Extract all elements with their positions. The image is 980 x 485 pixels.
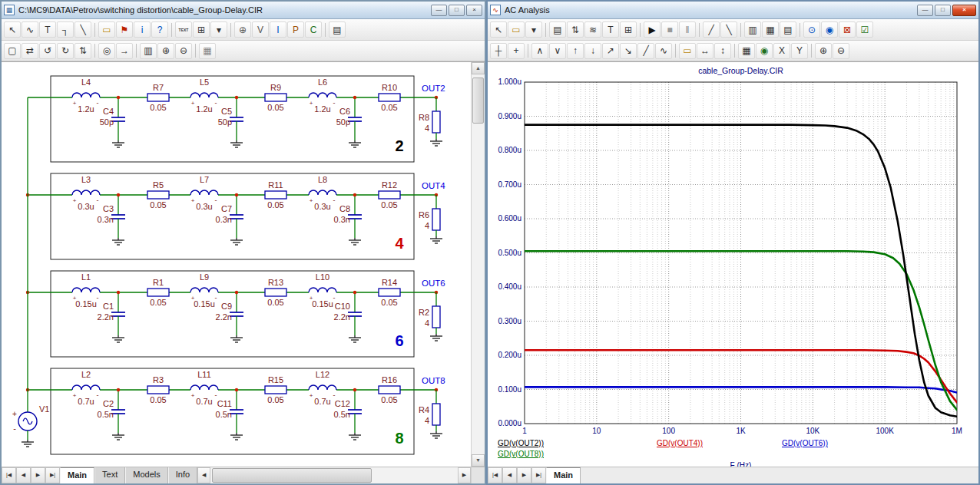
node-numbers-toggle-icon[interactable]: ⊕ [234,21,251,38]
ruler-icon[interactable]: ▤ [780,21,796,38]
next-high-icon[interactable]: ↑ [567,43,584,59]
inductor-L12[interactable]: +-L120.7u [309,370,336,406]
close-button[interactable]: × [466,5,482,16]
graphics-mode-icon[interactable]: ▭ [508,21,525,38]
stepping-icon[interactable]: ⇅ [567,21,584,38]
text-mode-icon[interactable]: T [39,21,56,38]
resistor-R10[interactable]: R100.05 [379,83,400,112]
scroll-right-icon[interactable]: ▶ [458,467,471,483]
cursor-mode-icon[interactable]: ┼ [490,43,507,59]
nav-button-0[interactable]: |◀ [2,467,16,483]
minimize-button[interactable]: — [431,5,447,16]
flip-vertical-icon[interactable]: ⇅ [74,43,91,59]
next-valley-icon[interactable]: ∨ [549,43,566,59]
align-cursors-icon[interactable]: ▦ [738,43,755,59]
node-out2[interactable]: OUT2 [422,84,445,99]
numeric-output-icon[interactable]: ▥ [744,21,761,38]
resistor-R7[interactable]: R70.05 [147,83,169,112]
resistor-R1[interactable]: R10.05 [147,278,169,307]
state-variables-icon[interactable]: ⊞ [620,21,637,38]
zoom-out-icon[interactable]: ⊖ [175,43,192,59]
plot-canvas[interactable]: 1101001K10K100K1M1.000u0.900u0.800u0.700… [488,62,978,470]
page-thumbnail-icon[interactable]: ▦ [199,43,216,59]
nav-button-2[interactable]: ▶ [517,467,531,483]
zoom-out-icon[interactable]: ⊖ [833,43,849,59]
close-button[interactable]: × [952,5,976,16]
nav-button-3[interactable]: ▶| [45,467,60,483]
inductor-L9[interactable]: +-L90.15u [190,272,218,308]
analysis-limits-icon[interactable]: ▤ [549,21,566,38]
graphics-mode-icon[interactable]: ▭ [98,21,115,38]
capacitor-C7[interactable]: C70.3n [216,193,243,245]
tab-main[interactable]: Main [546,467,581,483]
inductor-L5[interactable]: +-L51.2u [190,78,218,114]
normalize-icon[interactable]: ◉ [756,43,773,59]
probe-all-icon[interactable]: ◉ [821,21,838,38]
capacitor-C10[interactable]: C102.2n [334,291,362,342]
cursor-both-icon[interactable]: + [508,43,525,59]
data-points-icon[interactable]: ▦ [762,21,779,38]
maximize-button[interactable]: □ [935,5,951,16]
info-page-icon[interactable]: ▥ [140,43,157,59]
find-icon[interactable]: ◎ [98,43,115,59]
load-resistor-R4[interactable]: R44 [419,390,442,438]
find-next-icon[interactable]: → [116,43,133,59]
tangent-line-icon[interactable]: ╲ [720,21,737,38]
powers-toggle-icon[interactable]: P [287,21,304,38]
graphics-dropdown-icon[interactable]: ▾ [525,21,542,38]
inductor-L10[interactable]: +-L100.15u [309,272,336,308]
inductor-L7[interactable]: +-L70.3u [190,175,218,211]
next-peak-icon[interactable]: ∧ [531,43,548,59]
analysis-titlebar[interactable]: ∿ AC Analysis —□× [488,2,978,19]
inductor-L8[interactable]: +-L80.3u [309,175,336,211]
tab-text[interactable]: Text [94,467,125,483]
resistor-R16[interactable]: R160.05 [379,375,400,404]
capacitor-C2[interactable]: C20.5n [98,388,125,440]
schematic-vscrollbar[interactable]: ▲ ▼ [471,62,485,467]
slope-icon[interactable]: ╱ [637,43,654,59]
falling-edge-icon[interactable]: ↘ [620,43,637,59]
stop-icon[interactable]: ■ [661,21,678,38]
resistor-R14[interactable]: R140.05 [379,278,400,307]
select-mode-icon[interactable]: ↖ [490,21,507,38]
tab-main[interactable]: Main [60,467,94,483]
scroll-left-icon[interactable]: ◀ [197,467,210,483]
run-icon[interactable]: ▶ [644,21,661,38]
curve-out4[interactable] [525,350,957,402]
pause-icon[interactable]: ‖ [679,21,696,38]
load-resistor-R6[interactable]: R64 [419,195,442,243]
nav-button-3[interactable]: ▶| [531,467,546,483]
capacitor-C6[interactable]: C650p [336,96,362,147]
next-low-icon[interactable]: ↓ [584,43,601,59]
watch-list-icon[interactable]: ☑ [856,21,873,38]
inductor-L11[interactable]: +-L110.7u [190,370,218,406]
legend-gd-v-out8-[interactable]: GD(v(OUT8)) [498,450,544,458]
maximize-button[interactable]: □ [449,5,465,16]
legend-gd-v-out2-[interactable]: GD(v(OUT2)) [498,439,544,447]
go-to-x-icon[interactable]: X [773,43,790,59]
inductor-L3[interactable]: +-L30.3u [72,175,100,211]
hscroll-thumb[interactable] [212,468,372,483]
diagonal-wire-mode-icon[interactable]: ╲ [74,21,91,38]
nav-button-1[interactable]: ◀ [16,467,31,483]
capacitor-C5[interactable]: C550p [218,96,243,147]
capacitor-C3[interactable]: C30.3n [98,193,125,245]
conditions-toggle-icon[interactable]: C [305,21,322,38]
nav-button-0[interactable]: |◀ [488,467,502,483]
zoom-in-icon[interactable]: ⊕ [815,43,832,59]
resistor-R12[interactable]: R120.05 [379,180,400,210]
capacitor-C11[interactable]: C110.5n [216,388,243,440]
hscroll-track[interactable] [210,467,458,483]
schematic-hscrollbar[interactable]: ◀ ▶ [197,467,471,483]
select-mode-icon[interactable]: ↖ [4,21,21,38]
zoom-in-icon[interactable]: ⊕ [157,43,174,59]
vscroll-thumb[interactable] [472,78,484,124]
legend-gd-v-out6-[interactable]: GD(v(OUT6)) [782,439,828,447]
node-out8[interactable]: OUT8 [422,376,445,391]
grid-text-toggle-icon[interactable]: TEXT [175,21,192,38]
tag-vertical-icon[interactable]: ↕ [714,43,731,59]
capacitor-C12[interactable]: C120.5n [334,388,362,440]
inductor-L4[interactable]: +-L41.2u [72,78,100,114]
resistor-R9[interactable]: R90.05 [265,83,286,112]
help-mode-icon[interactable]: ? [151,21,168,38]
